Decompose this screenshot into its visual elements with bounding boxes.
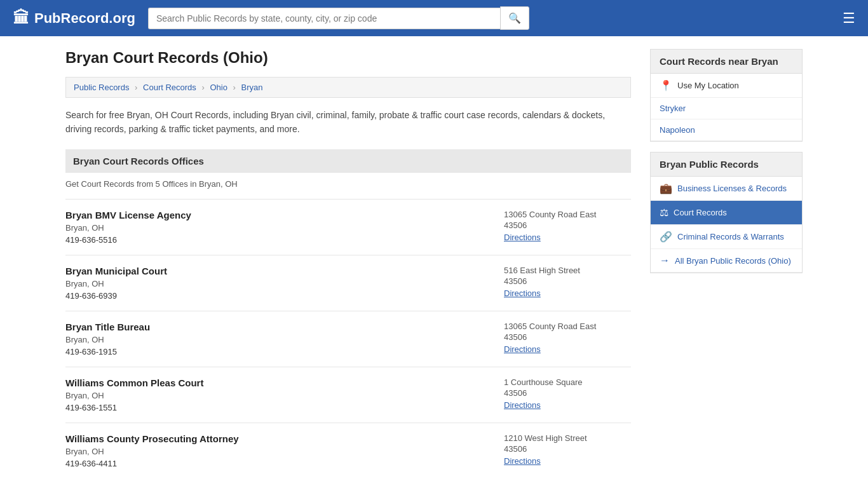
business-licenses-label: Business Licenses & Records (677, 184, 787, 193)
office-phone-2: 419-636-1915 (65, 347, 491, 356)
menu-button[interactable]: ☰ (843, 10, 855, 27)
offices-section-header: Bryan Court Records Offices (65, 149, 631, 173)
nearby-city-stryker[interactable]: Stryker (651, 98, 802, 119)
site-logo[interactable]: 🏛 PubRecord.org (13, 8, 135, 28)
public-records-section-title: Bryan Public Records (651, 152, 802, 177)
scales-icon: ⚖ (660, 207, 668, 219)
breadcrumb-sep-3: › (233, 83, 236, 92)
office-left-1: Bryan Municipal Court Bryan, OH 419-636-… (65, 266, 491, 301)
office-city-4: Bryan, OH (65, 447, 491, 456)
site-header: 🏛 PubRecord.org 🔍 ☰ (0, 0, 868, 36)
office-entry-4: Williams County Prosecuting Attorney Bry… (65, 423, 631, 478)
breadcrumb-sep-1: › (135, 83, 137, 92)
directions-link-2[interactable]: Directions (504, 344, 541, 354)
office-left-0: Bryan BMV License Agency Bryan, OH 419-6… (65, 210, 491, 245)
office-address1-3: 1 Courthouse Square (504, 377, 631, 387)
office-address2-1: 43506 (504, 276, 631, 286)
office-right-4: 1210 West High Street 43506 Directions (491, 433, 631, 468)
office-right-0: 13065 County Road East 43506 Directions (491, 210, 631, 245)
logo-icon: 🏛 (13, 8, 29, 28)
nearby-section-title: Court Records near Bryan (651, 50, 802, 74)
office-address1-4: 1210 West High Street (504, 433, 631, 443)
sidebar-item-criminal-records[interactable]: 🔗 Criminal Records & Warrants (651, 225, 802, 249)
directions-link-0[interactable]: Directions (504, 233, 541, 242)
office-address2-2: 43506 (504, 332, 631, 342)
office-address1-0: 13065 County Road East (504, 210, 631, 219)
criminal-records-label: Criminal Records & Warrants (677, 232, 784, 241)
breadcrumb-link-public-records[interactable]: Public Records (74, 83, 129, 92)
office-phone-4: 419-636-4411 (65, 459, 491, 468)
link-icon: 🔗 (660, 231, 672, 243)
breadcrumb-sep-2: › (201, 83, 204, 92)
office-entry-3: Williams Common Pleas Court Bryan, OH 41… (65, 367, 631, 423)
office-city-3: Bryan, OH (65, 391, 491, 400)
office-entry-2: Bryan Title Bureau Bryan, OH 419-636-191… (65, 311, 631, 367)
directions-link-1[interactable]: Directions (504, 288, 541, 298)
office-left-2: Bryan Title Bureau Bryan, OH 419-636-191… (65, 322, 491, 356)
search-bar: 🔍 (148, 6, 529, 30)
office-entry-1: Bryan Municipal Court Bryan, OH 419-636-… (65, 255, 631, 311)
office-address2-0: 43506 (504, 220, 631, 230)
sidebar: Court Records near Bryan 📍 Use My Locati… (650, 49, 803, 478)
nearby-section: Court Records near Bryan 📍 Use My Locati… (650, 49, 803, 142)
office-phone-3: 419-636-1551 (65, 403, 491, 412)
public-records-section: Bryan Public Records 💼 Business Licenses… (650, 152, 803, 273)
office-city-0: Bryan, OH (65, 223, 491, 233)
office-name-2: Bryan Title Bureau (65, 322, 491, 332)
page-description: Search for free Bryan, OH Court Records,… (65, 108, 631, 137)
content-area: Bryan Court Records (Ohio) Public Record… (65, 49, 631, 478)
office-right-2: 13065 County Road East 43506 Directions (491, 322, 631, 356)
hamburger-icon: ☰ (843, 10, 855, 26)
office-right-3: 1 Courthouse Square 43506 Directions (491, 377, 631, 412)
logo-text: PubRecord.org (34, 10, 135, 27)
main-container: Bryan Court Records (Ohio) Public Record… (53, 36, 815, 488)
all-public-records-label: All Bryan Public Records (Ohio) (675, 256, 791, 266)
office-right-1: 516 East High Street 43506 Directions (491, 266, 631, 301)
office-address1-2: 13065 County Road East (504, 322, 631, 331)
offices-count: Get Court Records from 5 Offices in Brya… (65, 179, 631, 189)
office-phone-1: 419-636-6939 (65, 291, 491, 301)
office-name-4: Williams County Prosecuting Attorney (65, 433, 491, 444)
breadcrumb-link-ohio[interactable]: Ohio (210, 83, 227, 92)
stryker-link[interactable]: Stryker (660, 104, 686, 113)
office-address2-4: 43506 (504, 444, 631, 454)
search-icon: 🔍 (508, 13, 521, 24)
nearby-city-napoleon[interactable]: Napoleon (651, 119, 802, 141)
directions-link-4[interactable]: Directions (504, 456, 541, 466)
page-title: Bryan Court Records (Ohio) (65, 49, 631, 67)
directions-link-3[interactable]: Directions (504, 400, 541, 410)
office-name-1: Bryan Municipal Court (65, 266, 491, 276)
office-address1-1: 516 East High Street (504, 266, 631, 275)
office-entry-0: Bryan BMV License Agency Bryan, OH 419-6… (65, 199, 631, 255)
breadcrumb: Public Records › Court Records › Ohio › … (65, 77, 631, 98)
breadcrumb-link-bryan[interactable]: Bryan (241, 83, 263, 92)
sidebar-item-business-licenses[interactable]: 💼 Business Licenses & Records (651, 177, 802, 201)
office-name-0: Bryan BMV License Agency (65, 210, 491, 220)
napoleon-link[interactable]: Napoleon (660, 125, 695, 135)
office-address2-3: 43506 (504, 388, 631, 398)
search-button[interactable]: 🔍 (500, 6, 529, 30)
office-city-2: Bryan, OH (65, 335, 491, 344)
arrow-icon: → (660, 255, 670, 266)
briefcase-icon: 💼 (660, 182, 672, 194)
sidebar-item-court-records[interactable]: ⚖ Court Records (651, 201, 802, 225)
court-records-label: Court Records (674, 208, 727, 217)
office-phone-0: 419-636-5516 (65, 235, 491, 245)
sidebar-item-all-public-records[interactable]: → All Bryan Public Records (Ohio) (651, 249, 802, 273)
location-pin-icon: 📍 (660, 79, 672, 92)
use-my-location[interactable]: 📍 Use My Location (651, 74, 802, 98)
office-city-1: Bryan, OH (65, 279, 491, 288)
office-left-4: Williams County Prosecuting Attorney Bry… (65, 433, 491, 468)
office-left-3: Williams Common Pleas Court Bryan, OH 41… (65, 377, 491, 412)
use-location-label: Use My Location (677, 81, 739, 90)
office-name-3: Williams Common Pleas Court (65, 377, 491, 388)
breadcrumb-link-court-records[interactable]: Court Records (143, 83, 196, 92)
search-input[interactable] (148, 8, 500, 29)
